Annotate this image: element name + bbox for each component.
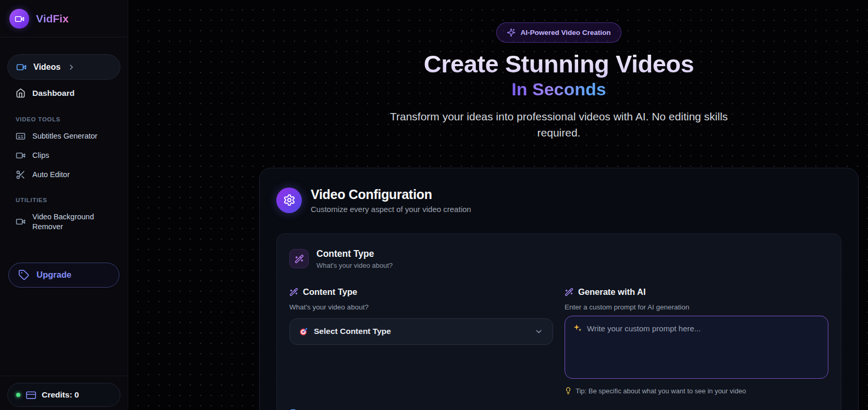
upgrade-label: Upgrade <box>36 270 71 280</box>
sidebar-item-label: Clips <box>32 151 49 160</box>
sidebar-item-video-background-remover[interactable]: Video Background Remover <box>7 207 120 237</box>
sidebar-item-label: Videos <box>33 63 60 72</box>
hero-subtitle: In Seconds <box>511 79 606 100</box>
sidebar-item-subtitles-generator[interactable]: Subtitles Generator <box>7 127 120 146</box>
ai-powered-badge[interactable]: AI-Powered Video Creation <box>496 22 621 43</box>
vidfix-logo-icon <box>9 9 29 29</box>
home-icon <box>16 88 26 98</box>
section-title-utilities: UTILITIES <box>16 197 112 203</box>
field-hint: What's your video about? <box>289 303 553 311</box>
sidebar-footer: Credits: 0 <box>0 376 128 410</box>
sidebar-item-clips[interactable]: Clips <box>7 146 120 165</box>
video-icon <box>16 62 27 72</box>
wand-sparkles-icon <box>565 288 573 296</box>
video-icon <box>16 217 26 227</box>
credit-card-icon <box>26 390 36 400</box>
sidebar: VidFix Videos Dashboard VIDEO TOOLS <box>0 0 128 410</box>
sidebar-item-label: Video Background Remover <box>32 212 108 232</box>
sidebar-nav: Videos Dashboard VIDEO TOOLS Subtitles G… <box>0 38 128 288</box>
custom-prompt-textarea[interactable] <box>565 316 828 379</box>
wand-sparkles-icon <box>289 288 298 296</box>
sidebar-item-auto-editor[interactable]: Auto Editor <box>7 165 120 184</box>
video-icon <box>16 151 26 160</box>
select-value: Select Content Type <box>314 327 529 336</box>
scissors-icon <box>16 170 26 180</box>
badge-label: AI-Powered Video Creation <box>520 29 610 36</box>
section-title: Content Type <box>316 249 393 259</box>
chevron-down-icon <box>534 327 543 336</box>
section-subtitle: What's your video about? <box>316 262 393 269</box>
sidebar-item-dashboard[interactable]: Dashboard <box>7 82 120 104</box>
config-header: Video Configuration Customize every aspe… <box>276 187 841 214</box>
chevron-right-icon <box>67 63 76 71</box>
upgrade-button[interactable]: Upgrade <box>8 263 119 288</box>
target-icon <box>299 327 308 336</box>
sidebar-item-label: Subtitles Generator <box>32 131 97 141</box>
lightbulb-icon <box>565 387 572 394</box>
sidebar-item-label: Dashboard <box>32 89 75 98</box>
content-type-select[interactable]: Select Content Type <box>289 318 553 345</box>
hero-description: Transform your ideas into professional v… <box>387 109 731 141</box>
content-type-card: Content Type What's your video about? C <box>276 233 841 410</box>
credits-badge[interactable]: Credits: 0 <box>7 383 120 407</box>
section-title-video-tools: VIDEO TOOLS <box>16 116 112 122</box>
fields-grid: Content Type What's your video about? Se… <box>289 287 828 410</box>
app-root: VidFix Videos Dashboard VIDEO TOOLS <box>0 0 868 410</box>
status-dot-icon <box>16 393 20 397</box>
tag-icon <box>18 269 29 280</box>
app-title: VidFix <box>36 13 69 25</box>
hero-section: AI-Powered Video Creation Create Stunnin… <box>259 0 859 141</box>
content-type-card-header: Content Type What's your video about? <box>289 249 828 269</box>
hero-title: Create Stunning Videos <box>259 49 859 78</box>
captions-icon <box>16 131 26 141</box>
sidebar-item-label: Auto Editor <box>32 170 70 180</box>
video-configuration-card: Video Configuration Customize every aspe… <box>259 168 859 410</box>
wand-sparkles-icon <box>289 249 309 268</box>
sidebar-item-videos[interactable]: Videos <box>7 54 120 80</box>
credits-label: Credits: 0 <box>42 390 79 400</box>
gear-icon <box>276 188 302 213</box>
app-logo[interactable]: VidFix <box>0 0 128 37</box>
config-title: Video Configuration <box>311 187 471 202</box>
sparkles-icon <box>507 28 516 37</box>
field-hint: Enter a custom prompt for AI generation <box>565 303 828 311</box>
generate-with-ai-field: Generate with AI Enter a custom prompt f… <box>565 287 828 395</box>
field-label: Generate with AI <box>578 287 646 297</box>
prompt-tip: Tip: Be specific about what you want to … <box>565 387 828 395</box>
main-content: AI-Powered Video Creation Create Stunnin… <box>128 0 868 410</box>
field-label: Content Type <box>303 287 357 297</box>
tip-label: Tip: Be specific about what you want to … <box>576 387 746 395</box>
config-subtitle: Customize every aspect of your video cre… <box>311 205 471 214</box>
content-type-field: Content Type What's your video about? Se… <box>289 287 553 395</box>
